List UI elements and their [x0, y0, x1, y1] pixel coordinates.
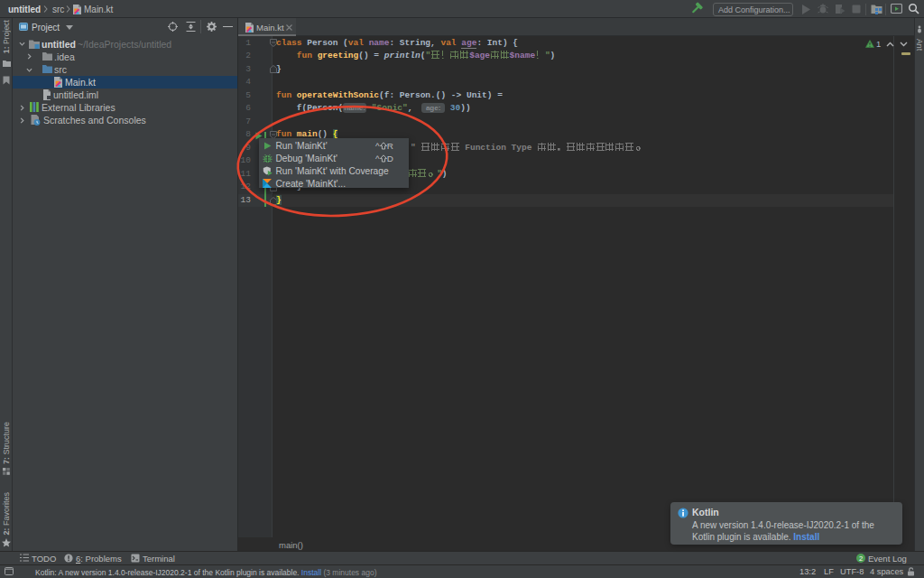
svg-text:2: 2	[859, 554, 863, 562]
